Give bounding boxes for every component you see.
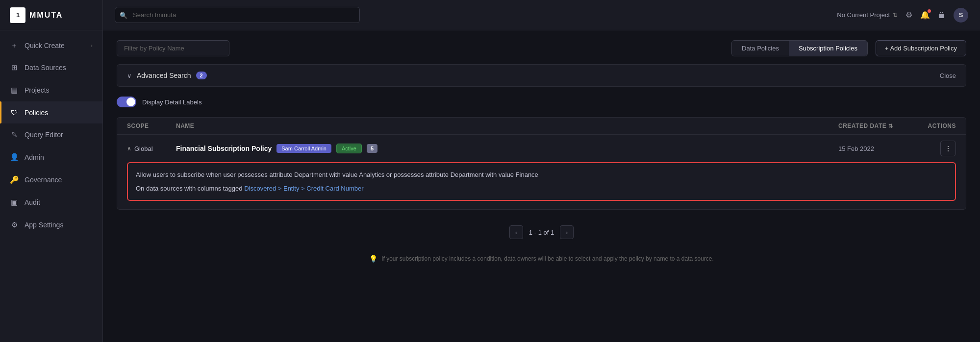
- sidebar-item-audit-label: Audit: [25, 198, 40, 206]
- sidebar-item-governance-label: Governance: [25, 176, 62, 184]
- filter-input[interactable]: [117, 40, 229, 56]
- data-sources-icon: ⊞: [10, 63, 19, 72]
- status-tag: Active: [336, 144, 362, 153]
- pagination-next-button[interactable]: ›: [560, 225, 574, 239]
- filter-bar: Data PoliciesSubscription Policies + Add…: [117, 40, 966, 56]
- count-tag: 5: [367, 144, 377, 153]
- display-labels-row: Display Detail Labels: [117, 95, 966, 109]
- admin-icon: 👤: [10, 153, 19, 162]
- display-labels-toggle[interactable]: [117, 97, 136, 107]
- advanced-search-chevron-icon[interactable]: ∨: [127, 72, 132, 79]
- governance-icon: 🔑: [10, 175, 19, 184]
- policy-detail-tag-link[interactable]: Discovered > Entity > Credit Card Number: [244, 185, 363, 192]
- row-expand-icon[interactable]: ∧: [127, 145, 131, 152]
- query-editor-icon: ✎: [10, 130, 19, 139]
- topbar-right: No Current Project ⇅ ⚙ 🔔 🗑 S: [837, 8, 968, 23]
- sort-icon[interactable]: ⇅: [888, 123, 893, 129]
- main-content: 🔍 No Current Project ⇅ ⚙ 🔔 🗑 S Data Poli…: [103, 0, 980, 342]
- pagination-prev-button[interactable]: ‹: [509, 225, 523, 239]
- owner-tag: Sam Carroll Admin: [276, 144, 331, 153]
- advanced-search-close-button[interactable]: Close: [940, 72, 956, 79]
- quick-create-icon: +: [10, 41, 19, 49]
- footer-note: 💡 If your subscription policy includes a…: [117, 255, 966, 269]
- logo-text: MMUTA: [29, 11, 63, 20]
- tab-subscription-policies[interactable]: Subscription Policies: [789, 41, 867, 56]
- notifications-icon-btn[interactable]: 🔔: [920, 10, 930, 20]
- table-header: Scope Name Created Date ⇅ Actions: [117, 118, 966, 135]
- policies-icon: 🛡: [10, 108, 19, 117]
- policy-detail-line1: Allow users to subscribe when user posse…: [136, 170, 947, 180]
- search-icon: 🔍: [120, 11, 127, 19]
- settings-icon-btn[interactable]: ⚙: [905, 10, 912, 20]
- row-name-area: Financial Subscription Policy Sam Carrol…: [176, 144, 838, 153]
- col-header-created: Created Date ⇅: [838, 122, 917, 129]
- tab-group: Data PoliciesSubscription Policies: [731, 40, 868, 56]
- audit-icon: ▣: [10, 198, 19, 207]
- row-date: 15 Feb 2022: [838, 145, 917, 152]
- sidebar-item-data-sources[interactable]: ⊞Data Sources: [0, 56, 102, 79]
- add-subscription-policy-button[interactable]: + Add Subscription Policy: [876, 40, 966, 56]
- col-header-actions: Actions: [917, 122, 956, 129]
- sidebar-item-app-settings[interactable]: ⚙App Settings: [0, 214, 102, 236]
- advanced-search-label: Advanced Search: [137, 72, 191, 79]
- sidebar: 1 MMUTA +Quick Create›⊞Data Sources▤Proj…: [0, 0, 103, 342]
- pagination-info: 1 - 1 of 1: [529, 229, 554, 236]
- sidebar-item-app-settings-label: App Settings: [25, 221, 63, 229]
- sidebar-item-quick-create-label: Quick Create: [25, 42, 65, 49]
- topbar: 🔍 No Current Project ⇅ ⚙ 🔔 🗑 S: [103, 0, 980, 30]
- col-header-name: Name: [176, 122, 838, 129]
- project-selector[interactable]: No Current Project ⇅: [837, 11, 898, 19]
- row-scope-label: Global: [134, 145, 153, 152]
- search-container: 🔍: [115, 7, 360, 23]
- sidebar-item-admin[interactable]: 👤Admin: [0, 146, 102, 169]
- footer-note-text: If your subscription policy includes a c…: [381, 255, 714, 262]
- policy-detail-line2: On data sources with columns tagged Disc…: [136, 184, 947, 194]
- app-settings-icon: ⚙: [10, 220, 19, 229]
- col-header-scope: Scope: [127, 122, 176, 129]
- policies-table: Scope Name Created Date ⇅ Actions ∧ Glob…: [117, 117, 966, 210]
- display-labels-text: Display Detail Labels: [142, 98, 201, 106]
- row-action-menu-button[interactable]: ⋮: [940, 141, 956, 156]
- row-actions: ⋮: [917, 141, 956, 156]
- avatar: S: [954, 8, 968, 23]
- sidebar-item-data-sources-label: Data Sources: [25, 64, 66, 72]
- sidebar-item-query-editor[interactable]: ✎Query Editor: [0, 123, 102, 146]
- sidebar-item-policies[interactable]: 🛡Policies: [0, 101, 102, 123]
- quick-create-arrow-icon: ›: [91, 43, 93, 49]
- tab-data-policies[interactable]: Data Policies: [732, 41, 789, 56]
- trash-icon-btn[interactable]: 🗑: [938, 11, 946, 20]
- sidebar-item-admin-label: Admin: [25, 153, 44, 161]
- content-area: Data PoliciesSubscription Policies + Add…: [103, 30, 980, 342]
- project-label: No Current Project: [837, 11, 890, 19]
- sidebar-item-projects-label: Projects: [25, 86, 50, 94]
- sidebar-item-audit[interactable]: ▣Audit: [0, 191, 102, 214]
- projects-icon: ▤: [10, 86, 19, 95]
- footer-note-icon: 💡: [369, 255, 377, 263]
- col-header-created-label: Created Date: [838, 122, 886, 129]
- sidebar-item-policies-label: Policies: [25, 109, 48, 117]
- sidebar-item-query-editor-label: Query Editor: [25, 131, 63, 139]
- row-scope: ∧ Global: [127, 145, 176, 152]
- table-row: ∧ Global Financial Subscription Policy S…: [117, 135, 966, 209]
- toggle-knob: [126, 98, 135, 106]
- policy-details-box: Allow users to subscribe when user posse…: [127, 162, 956, 201]
- advanced-search-left: ∨ Advanced Search 2: [127, 72, 207, 79]
- pagination-row: ‹ 1 - 1 of 1 ›: [117, 218, 966, 247]
- advanced-search-badge: 2: [196, 72, 207, 79]
- table-row-main: ∧ Global Financial Subscription Policy S…: [117, 135, 966, 162]
- policy-name: Financial Subscription Policy: [176, 145, 272, 152]
- sidebar-item-quick-create[interactable]: +Quick Create›: [0, 34, 102, 56]
- sidebar-item-governance[interactable]: 🔑Governance: [0, 169, 102, 191]
- logo-icon: 1: [10, 7, 25, 23]
- sidebar-nav: +Quick Create›⊞Data Sources▤Projects🛡Pol…: [0, 30, 102, 342]
- sidebar-item-projects[interactable]: ▤Projects: [0, 79, 102, 101]
- advanced-search-bar: ∨ Advanced Search 2 Close: [117, 64, 966, 87]
- project-chevron-icon: ⇅: [893, 12, 898, 19]
- search-input[interactable]: [115, 7, 360, 23]
- notification-dot: [928, 9, 931, 13]
- sidebar-logo: 1 MMUTA: [0, 0, 102, 30]
